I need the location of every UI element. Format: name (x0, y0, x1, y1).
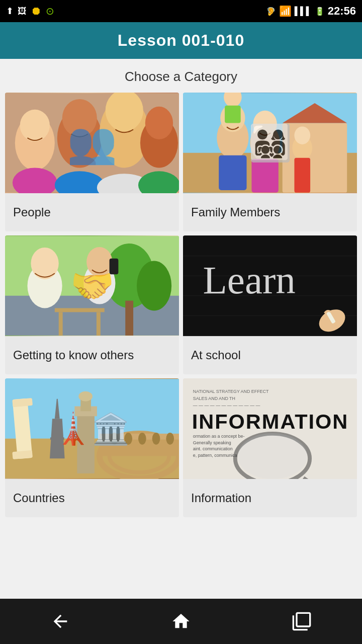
signal-icon: ▌▌▌ (295, 7, 312, 16)
status-bar: ⬆ 🖼 ⏺ ⊙ 🦻 📶 ▌▌▌ 🔋 22:56 (0, 0, 362, 22)
speed-icon: ⊙ (46, 5, 54, 17)
svg-rect-38 (55, 308, 105, 312)
svg-point-2 (20, 110, 50, 141)
svg-rect-37 (110, 259, 119, 275)
svg-point-21 (253, 111, 277, 137)
svg-text:Generally speaking: Generally speaking (193, 440, 231, 445)
status-time: 22:56 (328, 5, 356, 18)
category-image-countries (5, 378, 179, 479)
category-image-family (183, 93, 357, 193)
home-button[interactable] (161, 606, 201, 636)
svg-point-82 (238, 433, 307, 479)
svg-text:SALES AND AND TH: SALES AND AND TH (193, 396, 235, 401)
svg-point-20 (250, 124, 280, 162)
category-card-school[interactable]: Learn At school (183, 235, 357, 374)
category-image-information: NATIONAL STRATEGY AND EFFECT SALES AND A… (183, 378, 357, 479)
information-svg: NATIONAL STRATEGY AND EFFECT SALES AND A… (183, 378, 357, 479)
svg-text:Learn: Learn (203, 258, 296, 302)
svg-point-69 (152, 433, 160, 445)
svg-point-4 (62, 99, 97, 137)
svg-point-26 (294, 126, 310, 144)
category-card-information[interactable]: NATIONAL STRATEGY AND EFFECT SALES AND A… (183, 378, 357, 517)
back-button[interactable] (40, 606, 80, 636)
battery-icon: 🔋 (315, 7, 325, 16)
svg-point-34 (31, 248, 58, 279)
category-label-school: At school (183, 336, 357, 374)
category-label-countries: Countries (5, 479, 179, 517)
svg-point-70 (166, 433, 174, 445)
recents-button[interactable] (282, 606, 322, 636)
people-svg (5, 93, 179, 193)
svg-text:e, pattern, communica: e, pattern, communica (193, 453, 237, 458)
usb-icon: ⬆ (6, 6, 14, 17)
section-subtitle: Choose a Category (5, 69, 357, 85)
svg-rect-27 (294, 158, 310, 193)
status-left-icons: ⬆ 🖼 ⏺ ⊙ (6, 5, 54, 18)
svg-text:— — — — — — — — — — — —: — — — — — — — — — — — — (193, 403, 260, 408)
svg-rect-24 (225, 106, 241, 123)
wifi-icon: 📶 (279, 5, 292, 17)
svg-point-8 (145, 107, 173, 139)
category-label-information: Information (183, 479, 357, 517)
category-label-getting: Getting to know others (5, 336, 179, 374)
category-grid: People (5, 93, 357, 517)
page-title: Lesson 001-010 (0, 31, 362, 50)
svg-point-32 (137, 261, 171, 311)
main-content: Choose a Category (0, 59, 362, 599)
audio-on-icon: ⏺ (31, 5, 42, 18)
bottom-navigation (0, 599, 362, 644)
image-icon: 🖼 (18, 6, 27, 17)
svg-point-67 (124, 433, 132, 445)
category-card-people[interactable]: People (5, 93, 179, 231)
svg-text:NATIONAL STRATEGY AND EFFECT: NATIONAL STRATEGY AND EFFECT (193, 389, 269, 394)
getting-svg (5, 235, 179, 336)
family-svg (183, 93, 357, 193)
svg-text:ormation as a concept be-: ormation as a concept be- (193, 434, 245, 439)
status-right-icons: 🦻 📶 ▌▌▌ 🔋 22:56 (266, 5, 356, 18)
svg-point-36 (86, 247, 112, 277)
category-image-getting (5, 235, 179, 336)
svg-rect-19 (219, 155, 246, 190)
hearing-icon: 🦻 (266, 7, 276, 16)
category-card-countries[interactable]: Countries (5, 378, 179, 517)
countries-svg (5, 378, 179, 479)
svg-rect-40 (97, 312, 101, 335)
category-label-people: People (5, 193, 179, 231)
svg-rect-31 (125, 301, 133, 336)
svg-text:aint. communication: aint. communication (193, 446, 233, 451)
category-image-people (5, 93, 179, 193)
svg-rect-39 (59, 312, 63, 335)
category-card-getting[interactable]: Getting to know others (5, 235, 179, 374)
svg-rect-15 (283, 123, 347, 192)
svg-point-35 (83, 263, 115, 304)
svg-rect-22 (251, 159, 278, 193)
svg-point-68 (138, 433, 146, 445)
school-svg: Learn (183, 235, 357, 336)
svg-text:INFORMATION: INFORMATION (192, 410, 349, 433)
category-image-school: Learn (183, 235, 357, 336)
svg-rect-58 (77, 409, 95, 473)
svg-point-61 (78, 391, 93, 401)
category-card-family[interactable]: Family Members (183, 93, 357, 231)
app-header: Lesson 001-010 (0, 22, 362, 59)
category-label-family: Family Members (183, 193, 357, 231)
svg-point-66 (111, 433, 119, 445)
